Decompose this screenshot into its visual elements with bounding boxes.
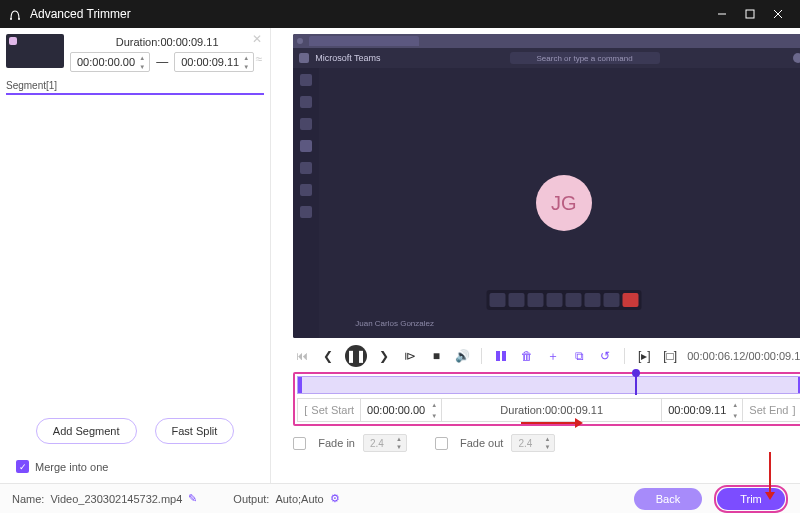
preview-window-titlebar	[293, 34, 800, 48]
split-icon[interactable]	[492, 347, 510, 365]
next-frame-icon[interactable]: ❯	[375, 347, 393, 365]
range-start-input[interactable]: 00:00:00.00▲▼	[361, 399, 442, 421]
hangup-icon	[622, 293, 638, 307]
pause-button[interactable]: ❚❚	[345, 345, 367, 367]
fade-in-input[interactable]: 2.4▲▼	[363, 434, 407, 452]
fade-out-checkbox[interactable]	[435, 437, 448, 450]
add-segment-button[interactable]: Add Segment	[36, 418, 137, 444]
range-row: [ Set Start 00:00:00.00▲▼ Duration:00:00…	[297, 398, 800, 422]
minimize-button[interactable]	[708, 0, 736, 28]
segment-duration-label: Duration:00:00:09.11	[70, 34, 264, 50]
edit-name-icon[interactable]: ✎	[188, 492, 197, 505]
skip-start-icon[interactable]: ⏮	[293, 347, 311, 365]
spin-down-icon[interactable]: ▼	[136, 62, 148, 71]
segment-start-input[interactable]: 00:00:00.00 ▲▼	[70, 52, 150, 72]
segment-name: Segment[1]	[0, 80, 270, 91]
svg-rect-7	[502, 351, 506, 361]
set-end-button[interactable]: Set End ]	[743, 399, 800, 421]
timeline[interactable]	[297, 376, 800, 394]
name-value: Video_230302145732.mp4	[50, 493, 182, 505]
trim-highlight: Trim	[714, 485, 788, 513]
segment-panel: Duration:00:00:09.11 ✕ ≈ 00:00:00.00 ▲▼ …	[0, 28, 271, 483]
preview-body: JG Juan Carlos Gonzalez	[319, 68, 800, 338]
merge-label: Merge into one	[35, 461, 108, 473]
output-value: Auto;Auto	[275, 493, 323, 505]
spin-up-icon[interactable]: ▲	[136, 53, 148, 62]
avatar: JG	[536, 175, 592, 231]
segment-end-value: 00:00:09.11	[181, 56, 239, 68]
merge-checkbox-row[interactable]: ✓ Merge into one	[0, 454, 270, 483]
time-display: 00:00:06.12/00:00:09.11	[687, 350, 800, 362]
main-area: Duration:00:00:09.11 ✕ ≈ 00:00:00.00 ▲▼ …	[0, 28, 800, 483]
preview-toolbar: Microsoft Teams Search or type a command	[293, 48, 800, 68]
copy-icon[interactable]: ⧉	[570, 347, 588, 365]
segment-progress	[6, 93, 264, 95]
fade-row: Fade in 2.4▲▼ Fade out 2.4▲▼	[271, 426, 800, 452]
timeline-area: [ Set Start 00:00:00.00▲▼ Duration:00:00…	[293, 372, 800, 426]
range-dash: —	[156, 55, 168, 69]
footer: Name: Video_230302145732.mp4 ✎ Output: A…	[0, 483, 800, 513]
fast-split-button[interactable]: Fast Split	[155, 418, 235, 444]
spin-down-icon[interactable]: ▼	[240, 62, 252, 71]
stop-icon[interactable]: ■	[427, 347, 445, 365]
svg-point-1	[18, 18, 20, 20]
spin-up-icon[interactable]: ▲	[240, 53, 252, 62]
remove-segment-icon[interactable]: ✕	[252, 32, 262, 46]
trim-handle-left[interactable]	[298, 377, 302, 393]
duplicate-segment-icon[interactable]: ≈	[256, 52, 263, 66]
fade-in-checkbox[interactable]	[293, 437, 306, 450]
checkbox-checked-icon[interactable]: ✓	[16, 460, 29, 473]
call-controls	[486, 290, 641, 310]
range-end-input[interactable]: 00:00:09.11▲▼	[662, 399, 743, 421]
preview-search: Search or type a command	[510, 52, 660, 64]
fade-out-label: Fade out	[460, 437, 503, 449]
maximize-button[interactable]	[736, 0, 764, 28]
segment-start-value: 00:00:00.00	[77, 56, 135, 68]
playback-controls: ⏮ ❮ ❚❚ ❯ ⧐ ■ 🔊 🗑 ＋ ⧉ ↺ [▸] [□] 00:00:06.…	[271, 342, 800, 370]
volume-icon[interactable]: 🔊	[453, 347, 471, 365]
add-icon[interactable]: ＋	[544, 347, 562, 365]
prev-frame-icon[interactable]: ❮	[319, 347, 337, 365]
output-settings-icon[interactable]: ⚙	[330, 492, 340, 505]
undo-icon[interactable]: ↺	[596, 347, 614, 365]
segment-thumbnail[interactable]	[6, 34, 64, 68]
segment-end-input[interactable]: 00:00:09.11 ▲▼	[174, 52, 254, 72]
delete-icon[interactable]: 🗑	[518, 347, 536, 365]
preview-caption: Juan Carlos Gonzalez	[355, 319, 434, 328]
output-label: Output:	[233, 493, 269, 505]
bracket-stop-icon[interactable]: [□]	[661, 347, 679, 365]
preview-panel: Microsoft Teams Search or type a command…	[271, 28, 800, 483]
preview-sidebar	[293, 68, 319, 338]
window-title: Advanced Trimmer	[30, 7, 131, 21]
range-duration: Duration:00:00:09.11	[442, 399, 662, 421]
svg-point-0	[10, 18, 12, 20]
set-start-button[interactable]: [ Set Start	[298, 399, 361, 421]
preview-app-name: Microsoft Teams	[315, 53, 380, 63]
svg-rect-3	[746, 10, 754, 18]
video-preview[interactable]: Microsoft Teams Search or type a command…	[293, 34, 800, 338]
titlebar: Advanced Trimmer	[0, 0, 800, 28]
skip-end-icon[interactable]: ⧐	[401, 347, 419, 365]
close-button[interactable]	[764, 0, 792, 28]
bracket-play-icon[interactable]: [▸]	[635, 347, 653, 365]
app-logo-icon	[8, 7, 22, 21]
name-label: Name:	[12, 493, 44, 505]
back-button[interactable]: Back	[634, 488, 702, 510]
playhead[interactable]	[635, 375, 637, 395]
fade-out-input[interactable]: 2.4▲▼	[511, 434, 555, 452]
trim-button[interactable]: Trim	[717, 488, 785, 510]
svg-rect-6	[496, 351, 500, 361]
segment-row[interactable]: Duration:00:00:09.11 ✕ ≈ 00:00:00.00 ▲▼ …	[0, 28, 270, 80]
fade-in-label: Fade in	[318, 437, 355, 449]
